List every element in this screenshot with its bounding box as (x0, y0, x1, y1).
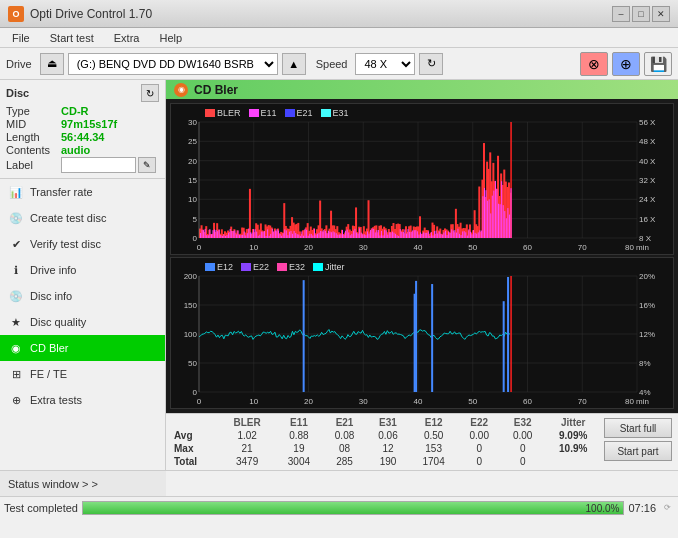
e21-label: E21 (297, 108, 313, 118)
sidebar-item-create-test-disc[interactable]: 💿 Create test disc (0, 205, 165, 231)
drive-select[interactable]: (G:) BENQ DVD DD DW1640 BSRB (68, 53, 278, 75)
close-button[interactable]: ✕ (652, 6, 670, 22)
spacer (166, 470, 678, 496)
title-bar-left: O Opti Drive Control 1.70 (8, 6, 152, 22)
stats-table: BLER E11 E21 E31 E12 E22 E32 Jitter Avg … (170, 416, 602, 468)
bler-color (205, 109, 215, 117)
th-e11: E11 (275, 416, 323, 429)
e22-color (241, 263, 251, 271)
status-window-button[interactable]: Status window > > (0, 470, 166, 496)
label-label: Label (6, 159, 61, 171)
verify-disc-icon: ✔ (8, 236, 24, 252)
mid-value: 97m15s17f (61, 118, 117, 130)
chart-title: CD Bler (194, 83, 238, 97)
app-icon: O (8, 6, 24, 22)
time-display: 07:16 (628, 502, 656, 514)
sidebar-item-verify-test-disc[interactable]: ✔ Verify test disc (0, 231, 165, 257)
mid-label: MID (6, 118, 61, 130)
th-bler: BLER (219, 416, 275, 429)
sidebar-item-drive-info[interactable]: ℹ Drive info (0, 257, 165, 283)
th-e31: E31 (366, 416, 409, 429)
restore-button[interactable]: □ (632, 6, 650, 22)
max-bler: 21 (219, 442, 275, 455)
status-window-row: Status window > > (0, 470, 678, 496)
th-e22: E22 (458, 416, 501, 429)
status-text: Test completed (4, 502, 78, 514)
e11-color (249, 109, 259, 117)
total-e21: 285 (323, 455, 366, 468)
total-e12: 1704 (410, 455, 458, 468)
sidebar-item-cd-bler[interactable]: ◉ CD Bler (0, 335, 165, 361)
type-value: CD-R (61, 105, 89, 117)
menu-start-test[interactable]: Start test (42, 30, 102, 46)
avg-label: Avg (170, 429, 219, 442)
start-full-button[interactable]: Start full (604, 418, 672, 438)
disc-quality-icon: ★ (8, 314, 24, 330)
th-e32: E32 (501, 416, 544, 429)
disc-info-icon: 💿 (8, 288, 24, 304)
disc-refresh-button[interactable]: ↻ (141, 84, 159, 102)
length-label: Length (6, 131, 61, 143)
verify-disc-label: Verify test disc (30, 238, 101, 250)
contents-value: audio (61, 144, 90, 156)
menu-help[interactable]: Help (151, 30, 190, 46)
menu-file[interactable]: File (4, 30, 38, 46)
disc-quality-label: Disc quality (30, 316, 86, 328)
drive-info-label: Drive info (30, 264, 76, 276)
sidebar-item-disc-quality[interactable]: ★ Disc quality (0, 309, 165, 335)
cd-bler-icon: ◉ (8, 340, 24, 356)
jitter-legend: Jitter (313, 262, 345, 272)
speed-select[interactable]: 48 X (355, 53, 415, 75)
sidebar-item-extra-tests[interactable]: ⊕ Extra tests (0, 387, 165, 413)
e11-legend: E11 (249, 108, 277, 118)
erase-button[interactable]: ⊗ (580, 52, 608, 76)
sidebar-item-disc-info[interactable]: 💿 Disc info (0, 283, 165, 309)
sidebar-item-fe-te[interactable]: ⊞ FE / TE (0, 361, 165, 387)
right-panel: ◉ CD Bler BLER E11 (166, 80, 678, 470)
avg-e21: 0.08 (323, 429, 366, 442)
bler-label: BLER (217, 108, 241, 118)
stats-buttons: Start full Start part (602, 416, 674, 468)
extra-tests-icon: ⊕ (8, 392, 24, 408)
total-label: Total (170, 455, 219, 468)
e31-color (321, 109, 331, 117)
avg-e22: 0.00 (458, 429, 501, 442)
status-bar: Test completed 100.0% 07:16 ⟳ (0, 496, 678, 518)
triangle-up-button[interactable]: ▲ (282, 53, 306, 75)
disc-mid-row: MID 97m15s17f (6, 118, 159, 130)
create-disc-icon: 💿 (8, 210, 24, 226)
label-input[interactable] (61, 157, 136, 173)
stats-total-row: Total 3479 3004 285 190 1704 0 0 (170, 455, 602, 468)
max-label: Max (170, 442, 219, 455)
nav-items: 📊 Transfer rate 💿 Create test disc ✔ Ver… (0, 179, 165, 470)
jitter-color (313, 263, 323, 271)
disc-info-label: Disc info (30, 290, 72, 302)
eject-button[interactable]: ⏏ (40, 53, 64, 75)
e32-color (277, 263, 287, 271)
drive-info-icon: ℹ (8, 262, 24, 278)
e21-legend: E21 (285, 108, 313, 118)
transfer-rate-label: Transfer rate (30, 186, 93, 198)
length-value: 56:44.34 (61, 131, 104, 143)
disc-section-title: Disc (6, 87, 29, 99)
top-chart-canvas (171, 104, 673, 254)
label-edit-button[interactable]: ✎ (138, 157, 156, 173)
start-part-button[interactable]: Start part (604, 441, 672, 461)
avg-jitter: 9.09% (544, 429, 602, 442)
write-button[interactable]: ⊕ (612, 52, 640, 76)
max-e12: 153 (410, 442, 458, 455)
disc-contents-row: Contents audio (6, 144, 159, 156)
main-area: Disc ↻ Type CD-R MID 97m15s17f Length 56… (0, 80, 678, 470)
progress-bar (83, 502, 623, 514)
menu-bar: File Start test Extra Help (0, 28, 678, 48)
e12-label: E12 (217, 262, 233, 272)
refresh-button[interactable]: ↻ (419, 53, 443, 75)
save-button[interactable]: 💾 (644, 52, 672, 76)
th-e21: E21 (323, 416, 366, 429)
total-e32: 0 (501, 455, 544, 468)
menu-extra[interactable]: Extra (106, 30, 148, 46)
minimize-button[interactable]: – (612, 6, 630, 22)
stats-avg-row: Avg 1.02 0.88 0.08 0.06 0.50 0.00 0.00 9… (170, 429, 602, 442)
fe-te-icon: ⊞ (8, 366, 24, 382)
sidebar-item-transfer-rate[interactable]: 📊 Transfer rate (0, 179, 165, 205)
